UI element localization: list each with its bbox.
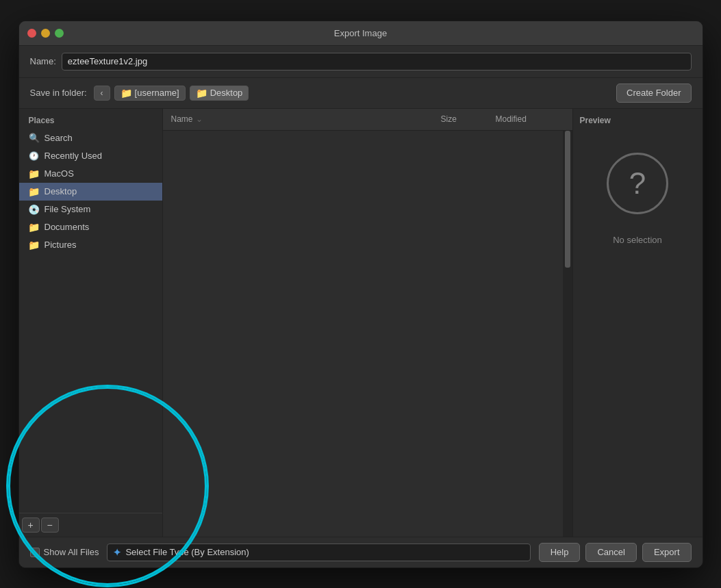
sidebar-item-pictures[interactable]: 📁 Pictures xyxy=(19,236,162,254)
titlebar: Export Image xyxy=(19,21,703,46)
breadcrumb-username-text: [username] xyxy=(135,88,179,98)
documents-folder-icon: 📁 xyxy=(29,222,40,233)
close-button[interactable] xyxy=(27,29,36,38)
desktop-folder-icon: 📁 xyxy=(196,88,207,99)
minimize-button[interactable] xyxy=(41,29,50,38)
show-all-files-container: Show All Files xyxy=(30,547,99,557)
sidebar-macos-label: MacOS xyxy=(45,168,74,179)
sidebar-add-button[interactable]: + xyxy=(22,517,40,533)
bottom-buttons: Help Cancel Export xyxy=(539,543,692,562)
save-in-folder-label: Save in folder: xyxy=(30,88,87,98)
file-type-label: Select File Type (By Extension) xyxy=(125,547,249,557)
sidebar-item-desktop[interactable]: 📁 Desktop xyxy=(19,183,162,201)
name-row: Name: xyxy=(19,46,703,78)
cancel-button[interactable]: Cancel xyxy=(585,543,636,562)
search-icon: 🔍 xyxy=(29,133,40,144)
sidebar-search-label: Search xyxy=(45,133,73,143)
main-area: Places 🔍 Search 🕐 Recently Used 📁 MacOS … xyxy=(19,109,703,537)
column-name: Name ⌄ xyxy=(171,114,441,124)
sidebar-item-filesystem[interactable]: 💿 File System xyxy=(19,201,162,218)
recently-used-icon: 🕐 xyxy=(29,151,40,162)
sidebar-desktop-label: Desktop xyxy=(45,186,77,196)
sidebar-pictures-label: Pictures xyxy=(45,240,77,250)
sidebar-item-search[interactable]: 🔍 Search xyxy=(19,129,162,147)
macos-folder-icon: 📁 xyxy=(29,168,40,179)
sidebar-recently-used-label: Recently Used xyxy=(45,151,103,161)
no-preview-question-icon: ? xyxy=(629,166,646,201)
sidebar-header: Places xyxy=(19,109,162,129)
column-modified: Modified xyxy=(496,114,564,124)
sidebar-filesystem-label: File System xyxy=(45,204,91,214)
help-button[interactable]: Help xyxy=(539,543,581,562)
folder-icon: 📁 xyxy=(121,88,132,99)
preview-circle: ? xyxy=(607,153,668,214)
name-label: Name: xyxy=(30,56,56,66)
show-all-files-checkbox[interactable] xyxy=(30,548,40,557)
no-selection-text: No selection xyxy=(613,235,662,245)
show-all-files-label: Show All Files xyxy=(44,547,99,557)
breadcrumb-username[interactable]: 📁 [username] xyxy=(114,86,186,101)
sidebar-bottom: + − xyxy=(19,513,162,537)
file-type-prefix-icon: ✦ xyxy=(113,547,121,558)
back-button[interactable]: ‹ xyxy=(94,86,110,101)
breadcrumb-desktop[interactable]: 📁 Desktop xyxy=(190,86,249,101)
file-list-header: Name ⌄ Size Modified xyxy=(163,109,572,131)
filesystem-icon: 💿 xyxy=(29,204,40,215)
file-list-area: Name ⌄ Size Modified xyxy=(163,109,572,537)
sort-chevron-icon: ⌄ xyxy=(196,114,203,124)
folder-row: Save in folder: ‹ 📁 [username] 📁 Desktop… xyxy=(19,78,703,109)
scrollbar[interactable] xyxy=(563,131,572,537)
column-size: Size xyxy=(441,114,496,124)
sidebar-item-recently-used[interactable]: 🕐 Recently Used xyxy=(19,147,162,165)
sidebar-item-macos[interactable]: 📁 MacOS xyxy=(19,165,162,183)
maximize-button[interactable] xyxy=(55,29,64,38)
filename-input[interactable] xyxy=(62,53,692,71)
file-type-selector[interactable]: ✦ Select File Type (By Extension) xyxy=(107,544,530,561)
pictures-folder-icon: 📁 xyxy=(29,240,40,251)
dialog-title: Export Image xyxy=(334,28,387,38)
desktop-icon: 📁 xyxy=(29,186,40,197)
preview-header: Preview xyxy=(580,116,611,125)
create-folder-button[interactable]: Create Folder xyxy=(616,84,691,103)
sidebar-item-documents[interactable]: 📁 Documents xyxy=(19,218,162,236)
sidebar-documents-label: Documents xyxy=(45,222,90,232)
file-list-content[interactable] xyxy=(163,131,572,537)
sidebar: Places 🔍 Search 🕐 Recently Used 📁 MacOS … xyxy=(19,109,163,537)
titlebar-buttons xyxy=(27,29,64,38)
preview-area: Preview ? No selection xyxy=(572,109,703,537)
export-button[interactable]: Export xyxy=(642,543,692,562)
sidebar-remove-button[interactable]: − xyxy=(41,517,59,533)
breadcrumb-desktop-text: Desktop xyxy=(210,88,243,98)
bottom-bar: Show All Files ✦ Select File Type (By Ex… xyxy=(19,537,703,567)
scrollbar-thumb[interactable] xyxy=(565,131,570,268)
